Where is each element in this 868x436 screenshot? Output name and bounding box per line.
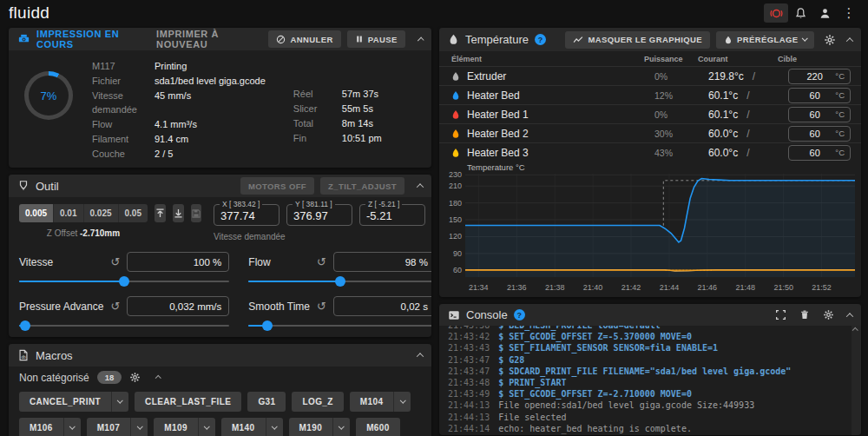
macro-button[interactable]: LOG_Z	[292, 392, 343, 412]
slider-track[interactable]	[19, 320, 229, 332]
collapse-panel-icon[interactable]	[417, 36, 424, 43]
tool-title: Outil	[36, 180, 59, 193]
expand-icon[interactable]	[775, 309, 786, 320]
slider-track[interactable]	[248, 275, 431, 287]
heater-target-input[interactable]: 220°C	[788, 69, 851, 84]
macro-button[interactable]: M104	[350, 392, 411, 412]
motors-off-button[interactable]: MOTORS OFF	[240, 177, 314, 195]
x-tick-label: 21:38	[545, 283, 565, 292]
z-offset-save-button[interactable]	[191, 204, 201, 222]
gear-icon[interactable]	[823, 309, 834, 320]
macro-label: G31	[247, 392, 286, 412]
console-line: 21:44:14echo: heater_bed heating is comp…	[448, 423, 861, 434]
heater-name: Extruder	[467, 70, 506, 83]
slider-label: Smooth Time	[248, 301, 310, 313]
position-field[interactable]: X [ 383.42 ]377.74	[214, 204, 279, 226]
reset-icon[interactable]: ↺	[110, 300, 120, 313]
z-step-button[interactable]: 0.05	[119, 204, 148, 222]
macro-button[interactable]: CLEAR_LAST_FILE	[135, 392, 241, 412]
cancel-print-button[interactable]: ANNULER	[268, 30, 340, 48]
heater-target-input[interactable]: 60°C	[788, 126, 851, 142]
macro-dropdown-button[interactable]	[393, 392, 411, 412]
console-scrollbar[interactable]	[852, 326, 861, 435]
reset-icon[interactable]: ↺	[317, 255, 326, 268]
heater-power: 0%	[654, 71, 708, 82]
slider-value-box[interactable]: 98 %	[333, 252, 431, 272]
heater-target-input[interactable]: 60°C	[788, 145, 851, 161]
macro-label: M140	[221, 418, 266, 436]
heater-target-input[interactable]: 60°C	[788, 107, 851, 122]
preset-button[interactable]: PRÉRÉGLAGE	[716, 31, 814, 49]
slider-value-box[interactable]: 100 %	[127, 252, 229, 272]
heater-target-input[interactable]: 60°C	[788, 88, 851, 103]
macro-button[interactable]: M106	[19, 418, 81, 436]
z-offset-down-button[interactable]	[173, 204, 184, 222]
temperature-table-header: ÉlémentPuissanceCourantCible	[439, 51, 861, 66]
trash-icon[interactable]	[799, 309, 810, 320]
heater-flame-icon	[451, 90, 460, 101]
macro-button[interactable]: M107	[87, 418, 148, 436]
tab-printing[interactable]: IMPRESSION EN COURS	[36, 29, 141, 50]
macro-button[interactable]: M600	[356, 418, 400, 436]
slider-thumb[interactable]	[119, 276, 129, 287]
slider-value-box[interactable]: 0,02 s	[333, 296, 431, 316]
slider-thumb[interactable]	[335, 276, 345, 287]
macro-button[interactable]: M109	[154, 418, 215, 436]
y-tick-label: 210	[449, 182, 462, 190]
heater-power: 30%	[654, 129, 708, 139]
collapse-panel-icon[interactable]	[846, 37, 853, 44]
collapse-panel-icon[interactable]	[846, 313, 853, 320]
z-tilt-adjust-button[interactable]: Z_TILT_ADJUST	[320, 177, 404, 195]
heater-target-value: 60	[794, 109, 835, 120]
scroll-up-icon[interactable]	[852, 327, 858, 333]
z-offset-up-button[interactable]	[155, 204, 166, 222]
account-button[interactable]	[812, 3, 837, 23]
help-icon[interactable]: ?	[514, 309, 525, 320]
console-output[interactable]: 21:43:38$ BED_MESH_PROFILE load=default2…	[448, 326, 861, 435]
pause-print-button[interactable]: PAUSE	[347, 30, 405, 48]
reset-icon[interactable]: ↺	[110, 255, 120, 268]
z-step-button[interactable]: 0.005	[19, 204, 54, 222]
macro-button[interactable]: M190	[289, 418, 351, 436]
macro-dropdown-button[interactable]	[63, 418, 81, 436]
collapse-panel-icon[interactable]	[417, 183, 424, 190]
position-field[interactable]: Y [ 381.11 ]376.97	[286, 204, 352, 226]
console-timestamp: 21:43:47	[448, 355, 490, 365]
gear-icon[interactable]	[129, 372, 141, 383]
heater-name: Heater Bed 2	[467, 128, 529, 140]
column-header: Puissance	[644, 55, 698, 63]
print-stats-right: Réel57m 37sSlicer55m 5sTotal8m 14sFin10:…	[293, 87, 382, 161]
macro-dropdown-button[interactable]	[198, 418, 215, 436]
collapse-panel-icon[interactable]	[417, 353, 424, 360]
macro-button[interactable]: CANCEL_PRINT	[19, 392, 128, 412]
console-text: File opened:sda1/bed level giga.gcode Si…	[498, 400, 754, 410]
slider-track[interactable]	[248, 320, 431, 332]
heater-target-unit: °C	[835, 90, 845, 100]
hide-graph-button[interactable]: MASQUER LE GRAPHIQUE	[565, 31, 710, 49]
gear-icon[interactable]	[824, 34, 836, 46]
macro-dropdown-button[interactable]	[111, 392, 128, 412]
position-field[interactable]: Z [ -5.21 ]-5.21	[359, 204, 425, 226]
person-icon	[819, 7, 832, 20]
macro-category-label: Non catégorisé	[19, 372, 89, 384]
z-step-button[interactable]: 0.025	[84, 204, 119, 222]
macro-button[interactable]: M140	[221, 418, 283, 436]
notifications-button[interactable]	[788, 3, 812, 23]
tab-reprint[interactable]: IMPRIMER À NOUVEAU	[156, 29, 256, 50]
temperature-chart-svg[interactable]: 609012015018021023021:3421:3621:3821:402…	[443, 163, 858, 295]
macro-dropdown-button[interactable]	[266, 418, 283, 436]
slider-value-box[interactable]: 0,032 mm/s	[127, 296, 229, 316]
help-icon[interactable]: ?	[535, 34, 546, 45]
slider-thumb[interactable]	[20, 320, 30, 331]
macro-dropdown-button[interactable]	[130, 418, 148, 436]
z-step-button[interactable]: 0.01	[54, 204, 83, 222]
slider-thumb[interactable]	[262, 320, 273, 331]
stat-label: Fichier	[92, 74, 146, 88]
macro-dropdown-button[interactable]	[332, 418, 350, 436]
emergency-stop-button[interactable]	[764, 3, 788, 23]
reset-icon[interactable]: ↺	[317, 300, 326, 313]
slider-track[interactable]	[19, 275, 229, 287]
collapse-category-icon[interactable]	[155, 376, 161, 381]
app-menu-button[interactable]: ⋮	[837, 3, 861, 23]
macro-button[interactable]: G31	[247, 392, 286, 412]
